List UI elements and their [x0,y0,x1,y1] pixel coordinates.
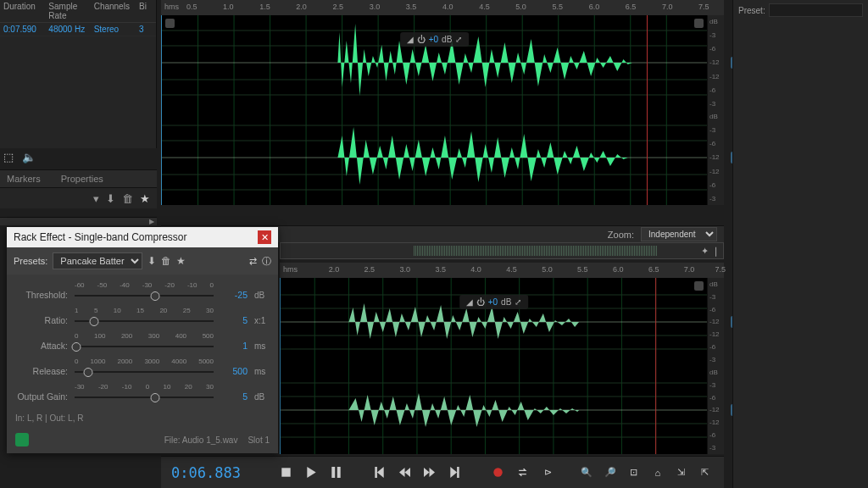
hud-icon[interactable]: ◢ [407,35,414,44]
file-label: File: Audio 1_5.wav [164,435,238,445]
col-channels: Channels [94,2,139,20]
transport-bar: 0:06.883 ⊳ 🔍 🔎 ⊡ ⌂ ⇲ ⇱ [161,456,724,488]
presets-label: Presets: [14,256,47,266]
power-icon[interactable]: ⏻ [476,297,485,307]
scroll-indicator[interactable] [0,217,157,225]
import-icon[interactable]: ⬚ [3,151,14,164]
svg-rect-75 [337,467,341,478]
expand-icon[interactable]: ⤢ [455,35,462,44]
file-info-row[interactable]: 0:07.590 48000 Hz Stereo 3 [0,23,156,36]
file-info-panel: Duration Sample Rate Channels Bi 0:07.59… [0,0,157,148]
slot-label: Slot 1 [248,435,270,445]
skip-end-button[interactable] [448,464,461,481]
lower-waveform-area: hms 2.0 2.5 3.0 3.5 4.0 4.5 5.0 5.5 6.0 … [280,263,724,454]
effect-power-button[interactable] [15,433,29,446]
io-label: In: L, R | Out: L, R [15,413,83,423]
slider[interactable]: 010002000300040005000 [75,358,214,378]
zoom-sel-icon[interactable]: ⌂ [649,464,666,481]
wave-lower-right[interactable]: dB-3-6-12-12-6-3 R [280,366,724,454]
svg-rect-74 [332,467,336,478]
pause-button[interactable] [330,464,342,481]
svg-point-76 [493,468,502,476]
svg-rect-73 [282,468,291,476]
forward-button[interactable] [423,464,436,481]
zoom-label: Zoom: [608,230,634,240]
col-bitdepth: Bi [139,2,153,20]
compressor-dialog: Rack Effect - Single-band Compressor ✕ P… [7,227,278,453]
preset-input[interactable] [769,3,863,17]
skip-start-button[interactable] [373,464,386,481]
dropdown-icon[interactable]: ▾ [93,192,99,205]
ov-zoom-icon[interactable]: ✦ [701,246,709,257]
expand-icon[interactable]: ⤢ [515,297,521,307]
param-release: Release: 010002000300040005000 500 ms [15,358,270,378]
tab-markers[interactable]: Markers [7,174,41,184]
hud-icon[interactable]: ◢ [466,297,473,307]
wave-lower-left[interactable]: ◢ ⏻ +0 dB ⤢ dB-3-6-12-12-6-3 L [280,278,724,366]
col-samplerate: Sample Rate [48,2,93,20]
upper-waveform-area: hms 0.5 1.0 1.5 2.0 2.5 3.0 3.5 4.0 4.5 … [161,0,724,205]
rewind-button[interactable] [398,464,411,481]
param-outputgain: Output Gain: -30-20-100102030 5 dB [15,383,270,403]
info-icon[interactable]: ⓘ [262,255,271,268]
loop-button[interactable] [516,464,529,481]
param-ratio: Ratio: 151015202530 5 x:1 [15,307,270,327]
overview-strip[interactable]: ✦ ❘ [280,242,724,259]
preset-label: Preset: [738,6,765,15]
col-duration: Duration [3,2,48,20]
stop-button[interactable] [280,464,292,481]
waveform-path-left [337,24,632,96]
zoom-out-v-icon[interactable]: ⇱ [697,464,714,481]
param-attack: Attack: 0100200300400500 1 ms [15,332,270,352]
param-threshold: Threshold: -60-50-40-30-20-100 -25 dB [15,281,270,302]
close-icon[interactable]: ✕ [258,230,271,244]
skip-sel-button[interactable]: ⊳ [542,464,554,481]
record-button[interactable] [492,464,504,481]
db-scale-right: dB-3-6-12-12-6-3 [707,110,724,205]
slider[interactable]: -30-20-100102030 [75,383,214,403]
zoom-fit-icon[interactable]: ⊡ [626,464,643,481]
wave-right-channel[interactable]: dB-3-6-12-12-6-3 R [161,110,724,205]
slider[interactable]: 151015202530 [75,307,214,327]
volume-icon[interactable]: 🔈 [22,151,36,164]
timeline-upper[interactable]: hms 0.5 1.0 1.5 2.0 2.5 3.0 3.5 4.0 4.5 … [161,0,724,15]
play-button[interactable] [305,464,318,481]
zoom-in-icon[interactable]: 🔍 [578,464,595,481]
time-display[interactable]: 0:06.883 [171,464,256,481]
wave-gain-toolbar-lower: ◢ ⏻ +0 dB ⤢ [459,295,529,309]
timeline-lower[interactable]: hms 2.0 2.5 3.0 3.5 4.0 4.5 5.0 5.5 6.0 … [280,263,724,278]
tab-properties[interactable]: Properties [61,174,103,184]
right-preset-panel: Preset: [732,0,868,488]
zoom-mode-select[interactable]: Independent [641,227,717,241]
favorite-icon[interactable]: ★ [140,192,150,205]
slider[interactable]: -60-50-40-30-20-100 [75,281,214,302]
zoom-in-v-icon[interactable]: ⇲ [673,464,690,481]
save-preset-icon[interactable]: ⬇ [147,255,156,267]
db-scale-left: dB-3-6-12-12-6-3 [707,15,724,110]
route-icon[interactable]: ⇄ [249,256,257,267]
preset-select[interactable]: Pancake Batter [53,252,142,269]
wave-left-channel[interactable]: ◢ ⏻ +0 dB ⤢ dB-3-6-12-12-6-3 L [161,15,724,110]
trash-icon[interactable]: 🗑 [122,192,133,205]
power-icon[interactable]: ⏻ [417,35,426,44]
wave-gain-toolbar: ◢ ⏻ +0 dB ⤢ [400,32,470,47]
download-icon[interactable]: ⬇ [106,192,115,205]
dialog-title: Rack Effect - Single-band Compressor [14,231,187,243]
favorite-preset-icon[interactable]: ★ [176,255,186,267]
delete-preset-icon[interactable]: 🗑 [161,255,171,267]
slider[interactable]: 0100200300400500 [75,332,214,352]
zoom-out-icon[interactable]: 🔎 [602,464,619,481]
ov-tool-icon[interactable]: ❘ [712,246,720,257]
